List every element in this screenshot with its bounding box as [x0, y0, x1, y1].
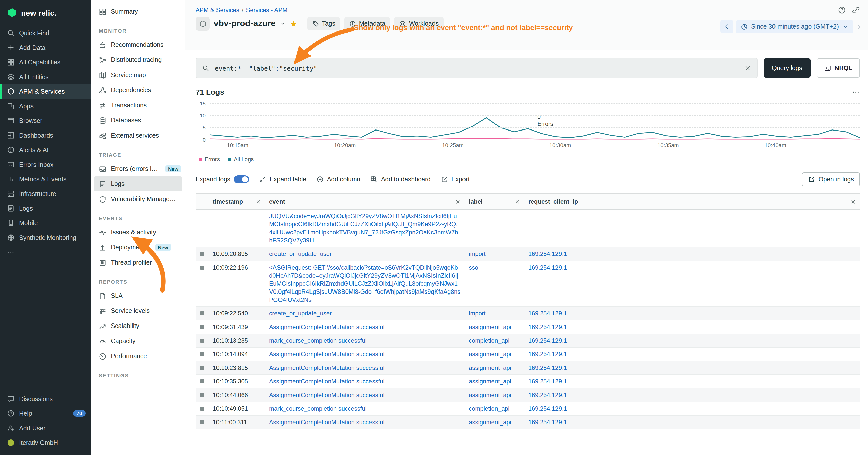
sidebar-item-all-entities[interactable]: All Entities	[0, 69, 91, 84]
sidebar-item-errors-inbox[interactable]: Errors Inbox	[0, 157, 91, 172]
label-link[interactable]: assignment_api	[469, 419, 511, 426]
event-link[interactable]: <ASGIRequest: GET '/sso/callback/?state=…	[269, 264, 461, 303]
event-link[interactable]: AssignmentCompletionMutation successful	[269, 419, 384, 426]
subnav-item-summary[interactable]: Summary	[91, 4, 185, 19]
table-row[interactable]: 10:11:00.311AssignmentCompletionMutation…	[195, 416, 860, 429]
row-expand-icon[interactable]	[200, 366, 204, 370]
add-column-button[interactable]: Add column	[316, 176, 361, 183]
sidebar-item-metrics-events[interactable]: Metrics & Events	[0, 172, 91, 187]
time-forward-button[interactable]	[856, 24, 862, 30]
subnav-item-capacity[interactable]: Capacity	[91, 333, 185, 349]
sidebar-item-add-data[interactable]: Add Data	[0, 40, 91, 55]
event-link[interactable]: AssignmentCompletionMutation successful	[269, 324, 384, 330]
export-button[interactable]: Export	[441, 176, 469, 183]
row-expand-icon[interactable]	[200, 407, 204, 411]
ip-link[interactable]: 169.254.129.1	[528, 378, 567, 385]
expand-table-button[interactable]: Expand table	[259, 176, 307, 183]
time-back-button[interactable]	[720, 20, 734, 33]
ip-link[interactable]: 169.254.129.1	[528, 251, 567, 258]
subnav-item-dependencies[interactable]: Dependencies	[91, 83, 185, 98]
chart-plot[interactable]: 0 Errors	[210, 103, 860, 139]
add-to-dashboard-button[interactable]: Add to dashboard	[371, 176, 431, 183]
sidebar-item-iterativ-gmbh[interactable]: Iterativ GmbH	[0, 435, 91, 450]
subnav-item-service-levels[interactable]: Service levels	[91, 303, 185, 319]
sidebar-item-all-capabilities[interactable]: All Capabilities	[0, 55, 91, 69]
sidebar-item-mobile[interactable]: Mobile	[0, 216, 91, 230]
ip-link[interactable]: 169.254.129.1	[528, 391, 567, 398]
permalink-icon[interactable]	[852, 6, 860, 14]
sidebar-item-apps[interactable]: Apps	[0, 99, 91, 113]
favorite-star-icon[interactable]	[290, 20, 298, 28]
subnav-item-deployments[interactable]: DeploymentsNew	[91, 240, 185, 255]
sidebar-item-browser[interactable]: Browser	[0, 113, 91, 128]
time-picker[interactable]: Since 30 minutes ago (GMT+2)	[736, 20, 854, 33]
label-link[interactable]: assignment_api	[469, 364, 511, 371]
table-row[interactable]: 10:09:22.540create_or_update_userimport1…	[195, 307, 860, 321]
table-row[interactable]: 10:09:20.895create_or_update_userimport1…	[195, 248, 860, 261]
tags-button[interactable]: Tags	[308, 17, 341, 30]
table-row[interactable]: 10:10:35.305AssignmentCompletionMutation…	[195, 375, 860, 389]
subnav-item-vulnerability-management[interactable]: Vulnerability Management	[91, 192, 185, 206]
table-row[interactable]: 10:09:22.196<ASGIRequest: GET '/sso/call…	[195, 261, 860, 307]
event-link[interactable]: AssignmentCompletionMutation successful	[269, 351, 384, 358]
sidebar-item-add-user[interactable]: Add User	[0, 421, 91, 435]
nrql-button[interactable]: NRQL	[816, 59, 860, 77]
ip-link[interactable]: 169.254.129.1	[528, 310, 567, 317]
subnav-item-service-map[interactable]: Service map	[91, 67, 185, 83]
label-link[interactable]: assignment_api	[469, 324, 511, 330]
subnav-item-performance[interactable]: Performance	[91, 349, 185, 364]
subnav-item-scalability[interactable]: Scalability	[91, 319, 185, 333]
label-link[interactable]: completion_api	[469, 337, 509, 344]
row-expand-icon[interactable]	[200, 325, 204, 329]
subnav-item-logs[interactable]: Logs	[94, 176, 182, 192]
subnav-item-recommendations[interactable]: Recommendations	[91, 37, 185, 53]
event-link[interactable]: AssignmentCompletionMutation successful	[269, 364, 384, 371]
subnav-item-distributed-tracing[interactable]: Distributed tracing	[91, 53, 185, 67]
subnav-item-external-services[interactable]: External services	[91, 128, 185, 143]
ip-link[interactable]: 169.254.129.1	[528, 364, 567, 371]
subnav-item-databases[interactable]: Databases	[91, 113, 185, 128]
subnav-item-issues-activity[interactable]: Issues & activity	[91, 225, 185, 240]
table-row[interactable]: 10:10:49.051mark_course_completion succe…	[195, 402, 860, 416]
sidebar-item-[interactable]: ...	[0, 245, 91, 260]
sidebar-item-apm-services[interactable]: APM & Services	[0, 84, 91, 99]
query-logs-button[interactable]: Query logs	[764, 59, 810, 77]
subnav-item-thread-profiler[interactable]: Thread profiler	[91, 255, 185, 270]
sidebar-item-infrastructure[interactable]: Infrastructure	[0, 187, 91, 201]
sidebar-item-dashboards[interactable]: Dashboards	[0, 128, 91, 142]
row-expand-icon[interactable]	[200, 338, 204, 343]
label-link[interactable]: sso	[469, 264, 478, 271]
remove-column-icon[interactable]	[515, 199, 520, 204]
ip-link[interactable]: 169.254.129.1	[528, 264, 567, 271]
clear-query-icon[interactable]	[744, 65, 751, 71]
row-expand-icon[interactable]	[200, 380, 204, 384]
subnav-item-transactions[interactable]: Transactions	[91, 98, 185, 113]
subnav-item-errors-errors-inb[interactable]: Errors (errors inb...New	[91, 161, 185, 176]
sidebar-item-logs[interactable]: Logs	[0, 201, 91, 216]
sidebar-item-discussions[interactable]: Discussions	[0, 391, 91, 406]
table-row[interactable]: 10:09:31.439AssignmentCompletionMutation…	[195, 321, 860, 334]
subnav-item-sla[interactable]: SLA	[91, 288, 185, 303]
table-row[interactable]: 10:10:23.815AssignmentCompletionMutation…	[195, 361, 860, 375]
event-link[interactable]: create_or_update_user	[269, 310, 332, 317]
open-in-logs-button[interactable]: Open in logs	[802, 172, 860, 187]
row-expand-icon[interactable]	[200, 252, 204, 256]
more-menu-icon[interactable]	[852, 88, 860, 96]
row-expand-icon[interactable]	[200, 312, 204, 316]
sidebar-item-help[interactable]: Help70	[0, 406, 91, 421]
label-link[interactable]: import	[469, 310, 486, 317]
legend-item-all-logs[interactable]: All Logs	[228, 156, 253, 162]
breadcrumb-link-apm-services[interactable]: APM & Services	[195, 6, 239, 13]
sidebar-item-synthetic-monitoring[interactable]: Synthetic Monitoring	[0, 230, 91, 245]
row-expand-icon[interactable]	[200, 265, 204, 269]
event-link[interactable]: AssignmentCompletionMutation successful	[269, 391, 384, 398]
ip-link[interactable]: 169.254.129.1	[528, 419, 567, 426]
sidebar-item-quick-find[interactable]: Quick Find	[0, 26, 91, 40]
ip-link[interactable]: 169.254.129.1	[528, 405, 567, 412]
newrelic-logo[interactable]: new relic.	[0, 0, 91, 24]
event-link[interactable]: create_or_update_user	[269, 251, 332, 258]
event-link[interactable]: JUQVU&code=eyJraWQiOiJjcGltY29yZV8wOTl1M…	[269, 213, 458, 244]
row-expand-icon[interactable]	[200, 420, 204, 424]
row-expand-icon[interactable]	[200, 393, 204, 397]
breadcrumb-link-services-apm[interactable]: Services - APM	[246, 6, 287, 13]
